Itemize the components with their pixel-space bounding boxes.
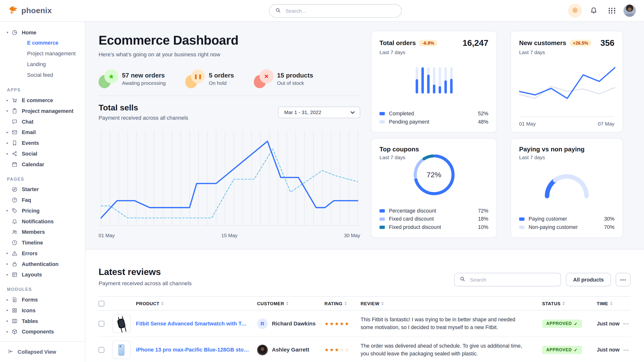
- collapse-left-icon: [7, 348, 14, 356]
- collapse-view-button[interactable]: Collapsed View: [0, 341, 85, 362]
- sort-icon: [286, 301, 289, 306]
- sidebar-item-chat[interactable]: Chat: [0, 116, 85, 127]
- sidebar-subitem-e-commerce[interactable]: E commerce: [0, 38, 85, 48]
- new-customers-card: New customers +26.5% 356 Last 7 days 01 …: [510, 31, 623, 132]
- sidebar-item-calendar[interactable]: Calendar: [0, 159, 85, 170]
- sidebar-item-label: Authentication: [22, 261, 58, 267]
- sidebar-item-home[interactable]: ▾Home: [0, 27, 85, 38]
- sidebar-item-label: Email: [22, 129, 36, 135]
- reviews-search[interactable]: [454, 273, 561, 286]
- customer-avatar[interactable]: R: [257, 318, 268, 329]
- legend-item: Paying customer 30%: [519, 215, 614, 223]
- sidebar-item-components[interactable]: ▸Components: [0, 326, 85, 337]
- compass-icon: [12, 186, 18, 192]
- check-icon: ✓: [574, 347, 578, 352]
- column-header-product[interactable]: PRODUCT: [136, 301, 257, 306]
- star-icon: ★: [334, 347, 340, 353]
- sidebar-item-pricing[interactable]: ▸Pricing: [0, 205, 85, 216]
- date-range-select[interactable]: Mar 1 - 31, 2022: [278, 107, 360, 118]
- paying-vs-nonpaying-card: Paying vs non paying Last 7 days Paying …: [510, 138, 623, 238]
- sidebar-subitem-landing[interactable]: Landing: [0, 59, 85, 70]
- change-badge: -6.8%: [419, 40, 437, 46]
- row-checkbox[interactable]: [98, 321, 104, 326]
- bar: [444, 67, 446, 94]
- theme-toggle-button[interactable]: [568, 4, 582, 17]
- all-products-button[interactable]: All products: [566, 273, 611, 286]
- customer-avatar[interactable]: [257, 345, 268, 355]
- bookmark-icon: [12, 140, 18, 146]
- sidebar-item-label: Social: [22, 150, 37, 157]
- sidebar-item-errors[interactable]: ▸Errors: [0, 248, 85, 259]
- sidebar-item-authentication[interactable]: ▸Authentication: [0, 258, 85, 269]
- navbar-actions: [568, 4, 636, 17]
- sort-icon: [610, 301, 613, 306]
- row-more-button[interactable]: ⋯: [621, 347, 630, 353]
- caret-right-icon: ▸: [6, 273, 12, 277]
- product-link[interactable]: Fitbit Sense Advanced Smartwatch with To…: [136, 320, 257, 326]
- reviews-search-input[interactable]: [469, 276, 556, 283]
- column-header-review[interactable]: REVIEW: [361, 301, 542, 306]
- question-circle-icon: [12, 197, 18, 203]
- share-icon: [12, 150, 18, 157]
- sidebar-item-label: Events: [22, 140, 39, 146]
- sidebar-item-starter[interactable]: Starter: [0, 184, 85, 194]
- check-icon: ✓: [574, 321, 578, 326]
- sidebar-item-timeline[interactable]: Timeline: [0, 237, 85, 248]
- sidebar-item-email[interactable]: ▸Email: [0, 127, 85, 138]
- sidebar-item-tables[interactable]: ▸Tables: [0, 316, 85, 326]
- product-image[interactable]: [112, 341, 130, 359]
- sidebar-item-label: Forms: [22, 296, 38, 303]
- caret-right-icon: ▸: [6, 141, 12, 145]
- navbar-search[interactable]: [269, 4, 402, 18]
- product-image[interactable]: [112, 314, 130, 333]
- star-icon: ★: [98, 69, 118, 88]
- stat-orders-on-hold: ❚❚ 5 orders On hold: [186, 69, 234, 88]
- row-checkbox[interactable]: [98, 347, 104, 353]
- file-text-icon: [12, 296, 18, 303]
- caret-down-icon: ▾: [6, 30, 12, 35]
- notifications-button[interactable]: [586, 4, 600, 17]
- star-icon: ★: [324, 347, 330, 353]
- review-text: The order was delivered ahead of schedul…: [361, 342, 542, 358]
- sidebar-item-layouts[interactable]: ▸Layouts: [0, 269, 85, 280]
- column-header-customer[interactable]: CUSTOMER: [257, 301, 324, 306]
- sidebar-subitem-project-management[interactable]: Project management: [0, 48, 85, 59]
- sidebar-item-forms[interactable]: ▸Forms: [0, 294, 85, 305]
- user-avatar[interactable]: [624, 5, 636, 17]
- sidebar-item-notifications[interactable]: Notifications: [0, 216, 85, 226]
- sidebar-item-label: Components: [22, 328, 54, 335]
- header-cell-checkbox: [98, 301, 112, 306]
- sidebar-subitem-social-feed[interactable]: Social feed: [0, 70, 85, 80]
- sidebar-item-label: Project management: [22, 108, 74, 114]
- caret-right-icon: ▸: [6, 308, 12, 312]
- sidebar-item-label: Faq: [22, 197, 31, 203]
- top-navbar: phoenix: [0, 0, 644, 22]
- bar: [433, 67, 435, 94]
- sidebar-item-events[interactable]: ▸Events: [0, 138, 85, 148]
- sidebar-item-project-management[interactable]: ▸Project management: [0, 106, 85, 116]
- pie-chart-icon: [12, 29, 18, 35]
- sidebar-item-e-commerce[interactable]: ▸E commerce: [0, 95, 85, 106]
- latest-reviews-subtitle: Payment received across all channels: [98, 280, 192, 286]
- sidebar-item-members[interactable]: Members: [0, 226, 85, 237]
- column-header-time[interactable]: TIME: [593, 301, 622, 306]
- row-more-button[interactable]: ⋯: [621, 320, 630, 327]
- more-options-button[interactable]: ⋯: [616, 273, 630, 286]
- sidebar-item-icons[interactable]: ▸Icons: [0, 305, 85, 316]
- sidebar-section-label: MODULES: [7, 287, 85, 292]
- apps-menu-button[interactable]: [605, 4, 619, 17]
- top-coupons-card: Top coupons Last 7 days 72% Percentage d…: [371, 138, 497, 238]
- divider: [98, 96, 360, 96]
- navbar-search-input[interactable]: [284, 7, 395, 14]
- product-link[interactable]: iPhone 13 pro max-Pacific Blue-128GB sto…: [136, 347, 257, 353]
- sidebar-item-faq[interactable]: Faq: [0, 194, 85, 205]
- brand[interactable]: phoenix: [8, 5, 52, 16]
- chevron-down-icon: [350, 109, 355, 115]
- smartwatch-art: [117, 318, 126, 329]
- select-all-checkbox[interactable]: [98, 301, 104, 306]
- sidebar-item-social[interactable]: ▸Social: [0, 148, 85, 159]
- column-header-status[interactable]: STATUS: [542, 301, 593, 306]
- column-header-rating[interactable]: RATING: [324, 301, 361, 306]
- latest-reviews-title: Latest reviews: [98, 267, 192, 277]
- star-icon: ★: [344, 321, 350, 326]
